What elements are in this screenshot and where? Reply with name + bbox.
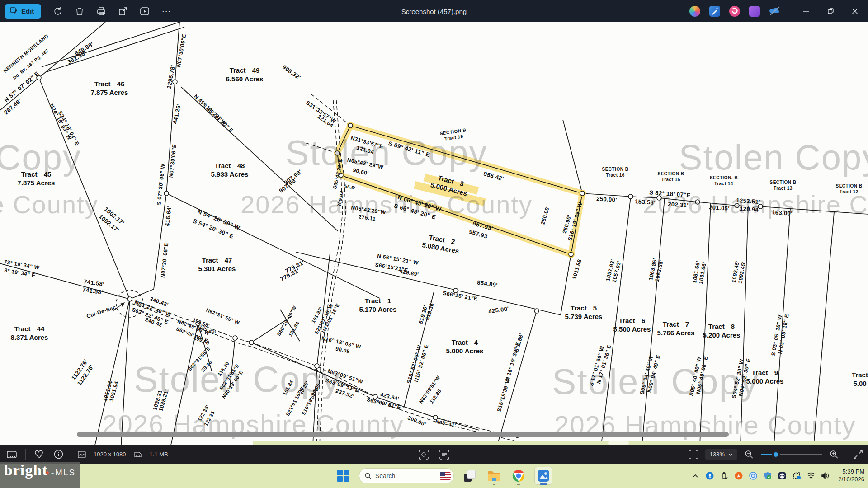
bearing-distance-label: 201.05' [709, 204, 730, 212]
embedded-screenshot-taskbar-button [608, 441, 629, 445]
copilot-icon[interactable] [689, 6, 700, 17]
delete-icon[interactable] [75, 6, 85, 16]
chevron-down-icon [728, 453, 733, 456]
tract-label: Tract 475.301 Acres [198, 256, 236, 273]
file-explorer-icon [487, 470, 501, 482]
bearing-distance-label: N07°30'06"E [168, 144, 178, 178]
task-view-icon [464, 470, 476, 482]
fullscreen-icon[interactable] [853, 449, 863, 460]
onedrive-disconnected-icon[interactable] [769, 6, 780, 17]
tray-chevron-up-icon[interactable] [691, 471, 700, 480]
taskbar-search-input[interactable]: Search [359, 468, 454, 483]
active-window-indicator [540, 483, 547, 485]
taskbar-file-explorer[interactable] [486, 467, 503, 484]
horizontal-scrollbar[interactable] [77, 432, 729, 437]
favorite-heart-icon[interactable] [34, 449, 45, 460]
volume-icon[interactable] [821, 471, 830, 480]
taskbar-photos-active[interactable] [534, 467, 552, 485]
adobe-reader-icon[interactable] [734, 471, 743, 480]
bluetooth-icon[interactable] [705, 471, 714, 480]
bearing-distance-label: 425.00' [488, 305, 509, 314]
window-title: Screenshot (457).png [401, 7, 467, 15]
file-size: 1.1 MB [150, 451, 168, 458]
section-label: SECTION BTract 15 [658, 171, 684, 183]
plat-map-image[interactable]: CopyStolen CopyStolen Copyire County2026… [0, 22, 868, 445]
embedded-screenshot-taskbar-edge [253, 441, 868, 445]
bearing-distance-label: 854.89' [476, 279, 498, 288]
start-button[interactable] [335, 467, 352, 484]
us-flag-icon[interactable] [440, 472, 451, 480]
windows-security-icon[interactable] [763, 471, 772, 480]
bearing-distance-label: 908.32' [281, 64, 302, 81]
taskbar-task-view[interactable] [461, 467, 478, 484]
edit-image-icon [10, 7, 18, 16]
close-button[interactable] [847, 5, 863, 18]
tract-label: Tract 85.200 Acres [703, 323, 741, 340]
watermark-text: ire County [0, 190, 99, 219]
clipchamp-icon[interactable] [729, 6, 740, 17]
edit-button-label: Edit [21, 7, 34, 15]
teamviewer-icon[interactable] [778, 471, 787, 480]
restore-button[interactable] [823, 5, 838, 18]
bearing-distance-label: N 57° 07' 02" E [3, 70, 40, 103]
bearing-distance-label: 120.94' [740, 205, 761, 213]
tract-label: Tract 45.000 Acres [446, 338, 484, 356]
share-icon[interactable] [118, 6, 128, 16]
info-icon[interactable] [53, 449, 64, 460]
text-actions-icon[interactable] [439, 449, 450, 460]
wifi-icon[interactable] [807, 471, 816, 480]
watermark-text: 2026 Hampshire County [241, 190, 533, 219]
taskbar-chrome[interactable] [510, 467, 527, 484]
minimize-button[interactable] [798, 5, 814, 18]
tract-label: Tract 95.000 Acres [746, 369, 784, 386]
toolbar-separator [846, 449, 846, 460]
more-options-icon[interactable]: ⋯ [161, 6, 171, 16]
bearing-distance-label: 741.58' [82, 286, 103, 296]
zoom-slider[interactable] [761, 454, 822, 455]
zoom-in-icon[interactable] [829, 449, 840, 460]
map-label-layer: CopyStolen CopyStolen Copyire County2026… [0, 22, 868, 445]
filmstrip-icon[interactable] [6, 449, 17, 460]
brand-star-icon: ✦ [45, 469, 51, 477]
search-icon [365, 473, 372, 479]
slideshow-icon[interactable] [140, 6, 150, 16]
windows-taskbar: Search [0, 464, 868, 488]
visual-search-icon[interactable] [418, 449, 429, 460]
photos-title-bar: Edit ⋯ Screenshot (457).png [0, 0, 868, 22]
tract-label: Tract 467.875 Acres [91, 80, 128, 97]
taskbar-clock[interactable]: 5:39 PM 2/16/2026 [835, 468, 864, 483]
running-indicator [517, 484, 520, 485]
file-size-icon [132, 449, 143, 460]
brand-suffix: MLS [55, 468, 75, 478]
zoom-level-dropdown[interactable]: 133% [705, 449, 737, 460]
brand-text: bright [4, 462, 48, 479]
print-icon[interactable] [96, 6, 106, 16]
sync-status-icon[interactable] [792, 471, 801, 480]
bearing-distance-label: S 07° 30' 06" W [156, 163, 166, 205]
bright-mls-logo: bright✦™MLS [0, 462, 80, 488]
bearing-distance-label: S16°19'39"W [496, 377, 512, 413]
bearing-distance-label: 153.53' [635, 198, 656, 206]
tray-app-ring-icon[interactable] [749, 471, 758, 480]
dimensions-icon [76, 449, 87, 460]
chrome-icon [512, 469, 525, 483]
usb-device-icon[interactable] [720, 471, 729, 480]
designer-edit-icon[interactable] [709, 6, 720, 17]
bearing-distance-label: 955.42' [483, 170, 505, 182]
zoom-out-icon[interactable] [744, 449, 755, 460]
gallery-icon[interactable] [749, 6, 760, 17]
tract-label: Tract 65.500 Acres [613, 317, 651, 334]
tract-label: Tract 457.875 Acres [18, 170, 55, 188]
zoom-slider-thumb[interactable] [772, 450, 780, 459]
tray-time: 5:39 PM [838, 468, 864, 476]
bearing-distance-label: 429.89' [399, 268, 419, 277]
edit-button[interactable]: Edit [5, 4, 41, 19]
bearing-distance-label: 1296.78' [165, 64, 176, 89]
tract-label: Tract 55.739 Acres [565, 304, 603, 321]
bearing-distance-label: N07°30' 06"E [160, 242, 170, 278]
bearing-distance-label: 1011.88 [571, 258, 583, 280]
rotate-icon[interactable] [53, 6, 63, 16]
bearing-distance-label: N62°31' 55" W [205, 307, 240, 326]
bearing-distance-label: 163.00' [772, 209, 793, 217]
fit-to-window-icon[interactable] [688, 449, 699, 460]
